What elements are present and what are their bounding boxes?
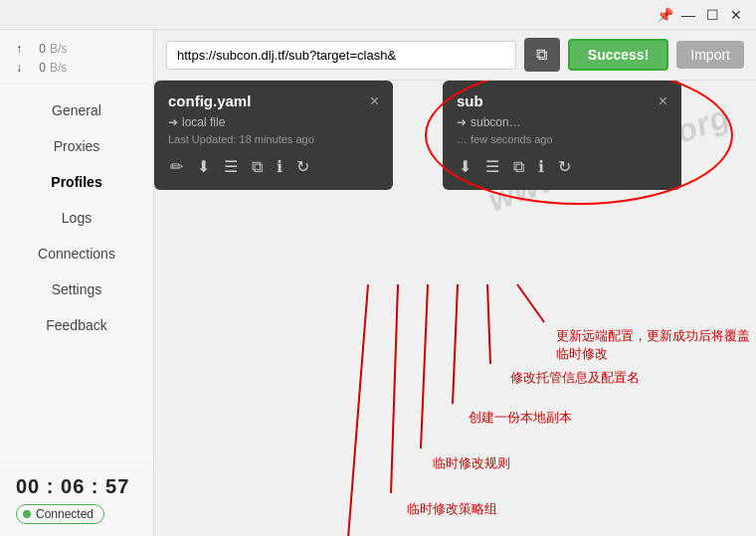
sidebar-item-settings[interactable]: Settings [0, 271, 153, 307]
card-config-title: config.yaml [168, 92, 251, 109]
sidebar-nav: General Proxies Profiles Logs Connection… [0, 85, 153, 462]
connected-label: Connected [36, 507, 94, 521]
card-sub-arrow-icon: ➜ [457, 115, 467, 129]
import-button[interactable]: Import [676, 41, 744, 69]
copy-url-button[interactable]: ⧉ [524, 38, 560, 72]
card-sub-refresh-button[interactable]: ↻ [556, 155, 573, 178]
annotation-text-3: 临时修改规则 [433, 454, 510, 472]
sidebar-item-feedback[interactable]: Feedback [0, 307, 153, 343]
success-button[interactable]: Success! [568, 39, 668, 71]
card-sub-list-button[interactable]: ☰ [483, 155, 501, 178]
card-sub-updated: … few seconds ago [457, 133, 667, 145]
main-content: ⧉ Success! Import www.bwgss.org config.y… [154, 30, 756, 536]
profile-card-config: config.yaml × ➜ local file Last Updated:… [154, 81, 393, 190]
card-config-edit-button[interactable]: ✏ [168, 155, 185, 178]
download-arrow-icon: ↓ [16, 59, 22, 78]
card-sub-subtitle: ➜ subcon… [457, 115, 667, 129]
svg-line-5 [517, 284, 544, 322]
download-value: 0 [26, 59, 46, 78]
connected-dot-icon [23, 510, 31, 518]
card-config-close-button[interactable]: × [370, 93, 379, 109]
card-config-header: config.yaml × [168, 92, 379, 109]
sidebar-item-connections[interactable]: Connections [0, 236, 153, 271]
card-sub-info-button[interactable]: ℹ [536, 155, 546, 178]
maximize-button[interactable]: ☐ [700, 3, 724, 27]
card-config-actions: ✏ ⬇ ☰ ⧉ ℹ ↻ [168, 155, 379, 178]
annotation-text-2: 临时修改策略组 [407, 500, 497, 518]
app-body: ↑ 0 B/s ↓ 0 B/s General Proxies Profiles… [0, 30, 756, 536]
card-config-list-button[interactable]: ☰ [222, 155, 240, 178]
sidebar-footer: 00 : 06 : 57 Connected [0, 462, 153, 536]
upload-arrow-icon: ↑ [16, 40, 22, 59]
sidebar: ↑ 0 B/s ↓ 0 B/s General Proxies Profiles… [0, 30, 154, 536]
annotation-text-5: 修改托管信息及配置名 [510, 369, 640, 387]
card-sub-subtitle-text: subcon… [471, 115, 521, 129]
upload-value: 0 [26, 40, 46, 59]
close-button[interactable]: ✕ [724, 3, 748, 27]
annotation-text-6: 更新远端配置，更新成功后将覆盖临时修改 [556, 327, 756, 363]
card-sub-copy-button[interactable]: ⧉ [511, 156, 526, 178]
card-config-updated: Last Updated: 18 minutes ago [168, 133, 379, 145]
sidebar-item-proxies[interactable]: Proxies [0, 128, 153, 164]
minimize-button[interactable]: — [676, 3, 700, 27]
card-sub-actions: ⬇ ☰ ⧉ ℹ ↻ [457, 155, 667, 178]
svg-line-1 [391, 284, 398, 493]
sidebar-item-logs[interactable]: Logs [0, 200, 153, 236]
download-unit: B/s [50, 59, 67, 78]
copy-icon: ⧉ [536, 46, 547, 64]
svg-line-0 [348, 284, 368, 536]
card-config-subtitle: ➜ local file [168, 115, 379, 129]
profile-card-sub: sub × ➜ subcon… … few seconds ago ⬇ ☰ ⧉ … [443, 81, 681, 190]
card-config-download-button[interactable]: ⬇ [195, 155, 212, 178]
svg-line-3 [453, 284, 458, 404]
sidebar-item-general[interactable]: General [0, 92, 153, 128]
url-input[interactable] [166, 41, 516, 70]
svg-line-4 [487, 284, 490, 364]
annotation-text-4: 创建一份本地副本 [469, 409, 572, 427]
card-sub-title: sub [457, 92, 483, 109]
card-sub-download-button[interactable]: ⬇ [457, 155, 473, 178]
card-config-arrow-icon: ➜ [168, 115, 178, 129]
pin-button[interactable]: 📌 [653, 3, 676, 27]
titlebar: 📌 — ☐ ✕ [0, 0, 756, 30]
time-display: 00 : 06 : 57 [16, 475, 137, 498]
card-sub-close-button[interactable]: × [659, 93, 667, 109]
card-config-subtitle-text: local file [182, 115, 225, 129]
profiles-area: www.bwgss.org config.yaml × ➜ local file… [154, 81, 756, 536]
traffic-display: ↑ 0 B/s ↓ 0 B/s [0, 30, 153, 85]
upload-unit: B/s [50, 40, 67, 59]
card-config-copy-button[interactable]: ⧉ [250, 156, 265, 178]
card-config-refresh-button[interactable]: ↻ [294, 155, 311, 178]
sidebar-item-profiles[interactable]: Profiles [0, 164, 153, 200]
card-sub-header: sub × [457, 92, 667, 109]
connected-badge: Connected [16, 504, 104, 524]
svg-line-2 [421, 284, 428, 448]
card-config-info-button[interactable]: ℹ [275, 155, 284, 178]
url-bar: ⧉ Success! Import [154, 30, 756, 81]
